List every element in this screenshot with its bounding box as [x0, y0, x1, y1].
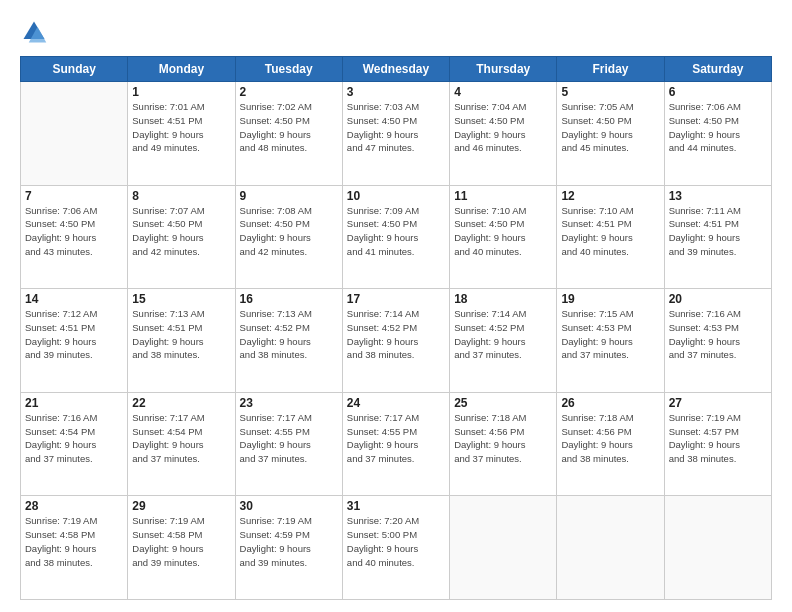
day-info-line: Daylight: 9 hours	[669, 231, 767, 245]
day-info-line: Sunset: 4:50 PM	[132, 217, 230, 231]
day-info-line: Sunset: 4:57 PM	[669, 425, 767, 439]
day-info-line: Sunset: 4:51 PM	[25, 321, 123, 335]
day-info-line: Daylight: 9 hours	[132, 128, 230, 142]
day-number: 26	[561, 396, 659, 410]
day-info-line: and 39 minutes.	[240, 556, 338, 570]
day-info-line: Sunrise: 7:04 AM	[454, 100, 552, 114]
day-info-line: and 46 minutes.	[454, 141, 552, 155]
day-info-line: Daylight: 9 hours	[561, 438, 659, 452]
day-info-line: Sunset: 4:59 PM	[240, 528, 338, 542]
calendar-cell: 22Sunrise: 7:17 AMSunset: 4:54 PMDayligh…	[128, 392, 235, 496]
calendar-cell: 14Sunrise: 7:12 AMSunset: 4:51 PMDayligh…	[21, 289, 128, 393]
day-info-line: and 37 minutes.	[454, 452, 552, 466]
day-info-line: and 38 minutes.	[669, 452, 767, 466]
day-info: Sunrise: 7:16 AMSunset: 4:53 PMDaylight:…	[669, 307, 767, 362]
day-info-line: Sunset: 4:56 PM	[561, 425, 659, 439]
day-info-line: Daylight: 9 hours	[240, 438, 338, 452]
day-number: 11	[454, 189, 552, 203]
day-info-line: Sunrise: 7:05 AM	[561, 100, 659, 114]
day-info-line: Daylight: 9 hours	[669, 128, 767, 142]
day-number: 8	[132, 189, 230, 203]
day-info-line: and 38 minutes.	[25, 556, 123, 570]
day-info-line: Sunset: 4:56 PM	[454, 425, 552, 439]
day-info-line: Sunrise: 7:19 AM	[240, 514, 338, 528]
day-info-line: and 40 minutes.	[561, 245, 659, 259]
day-number: 17	[347, 292, 445, 306]
day-info: Sunrise: 7:19 AMSunset: 4:57 PMDaylight:…	[669, 411, 767, 466]
week-row-1: 1Sunrise: 7:01 AMSunset: 4:51 PMDaylight…	[21, 82, 772, 186]
day-info: Sunrise: 7:02 AMSunset: 4:50 PMDaylight:…	[240, 100, 338, 155]
day-info: Sunrise: 7:15 AMSunset: 4:53 PMDaylight:…	[561, 307, 659, 362]
day-number: 28	[25, 499, 123, 513]
calendar-cell: 19Sunrise: 7:15 AMSunset: 4:53 PMDayligh…	[557, 289, 664, 393]
day-info-line: Daylight: 9 hours	[669, 438, 767, 452]
day-number: 9	[240, 189, 338, 203]
weekday-header-tuesday: Tuesday	[235, 57, 342, 82]
day-info-line: and 37 minutes.	[347, 452, 445, 466]
day-info-line: Daylight: 9 hours	[25, 542, 123, 556]
calendar-cell: 27Sunrise: 7:19 AMSunset: 4:57 PMDayligh…	[664, 392, 771, 496]
calendar-cell: 3Sunrise: 7:03 AMSunset: 4:50 PMDaylight…	[342, 82, 449, 186]
day-info: Sunrise: 7:06 AMSunset: 4:50 PMDaylight:…	[25, 204, 123, 259]
day-info-line: Sunset: 4:50 PM	[240, 217, 338, 231]
day-info-line: Sunrise: 7:10 AM	[454, 204, 552, 218]
day-info-line: Daylight: 9 hours	[240, 128, 338, 142]
day-number: 13	[669, 189, 767, 203]
calendar-cell: 24Sunrise: 7:17 AMSunset: 4:55 PMDayligh…	[342, 392, 449, 496]
day-info-line: Sunrise: 7:16 AM	[25, 411, 123, 425]
day-info-line: Sunrise: 7:06 AM	[669, 100, 767, 114]
day-info-line: Daylight: 9 hours	[347, 542, 445, 556]
day-info: Sunrise: 7:13 AMSunset: 4:52 PMDaylight:…	[240, 307, 338, 362]
calendar-cell: 30Sunrise: 7:19 AMSunset: 4:59 PMDayligh…	[235, 496, 342, 600]
day-info: Sunrise: 7:20 AMSunset: 5:00 PMDaylight:…	[347, 514, 445, 569]
day-info-line: Daylight: 9 hours	[240, 542, 338, 556]
day-info-line: Sunrise: 7:17 AM	[347, 411, 445, 425]
weekday-header-thursday: Thursday	[450, 57, 557, 82]
day-info-line: and 47 minutes.	[347, 141, 445, 155]
day-info-line: Daylight: 9 hours	[132, 542, 230, 556]
logo	[20, 18, 54, 46]
day-info: Sunrise: 7:07 AMSunset: 4:50 PMDaylight:…	[132, 204, 230, 259]
calendar-table: SundayMondayTuesdayWednesdayThursdayFrid…	[20, 56, 772, 600]
day-info: Sunrise: 7:08 AMSunset: 4:50 PMDaylight:…	[240, 204, 338, 259]
calendar-cell: 10Sunrise: 7:09 AMSunset: 4:50 PMDayligh…	[342, 185, 449, 289]
calendar-cell: 28Sunrise: 7:19 AMSunset: 4:58 PMDayligh…	[21, 496, 128, 600]
day-info-line: and 38 minutes.	[132, 348, 230, 362]
weekday-header-wednesday: Wednesday	[342, 57, 449, 82]
day-info-line: Daylight: 9 hours	[454, 231, 552, 245]
day-info: Sunrise: 7:09 AMSunset: 4:50 PMDaylight:…	[347, 204, 445, 259]
day-info-line: Sunrise: 7:07 AM	[132, 204, 230, 218]
day-info-line: and 38 minutes.	[561, 452, 659, 466]
day-info-line: and 41 minutes.	[347, 245, 445, 259]
calendar-cell: 6Sunrise: 7:06 AMSunset: 4:50 PMDaylight…	[664, 82, 771, 186]
day-info-line: Daylight: 9 hours	[561, 231, 659, 245]
day-info-line: Daylight: 9 hours	[132, 335, 230, 349]
day-number: 29	[132, 499, 230, 513]
day-info-line: Sunrise: 7:18 AM	[561, 411, 659, 425]
calendar-cell	[557, 496, 664, 600]
day-info-line: Sunset: 4:50 PM	[669, 114, 767, 128]
day-number: 16	[240, 292, 338, 306]
header	[20, 18, 772, 46]
day-number: 4	[454, 85, 552, 99]
day-info-line: Sunset: 4:50 PM	[25, 217, 123, 231]
day-info-line: Sunset: 4:51 PM	[132, 114, 230, 128]
day-info-line: and 42 minutes.	[132, 245, 230, 259]
day-number: 2	[240, 85, 338, 99]
calendar-cell: 18Sunrise: 7:14 AMSunset: 4:52 PMDayligh…	[450, 289, 557, 393]
day-info-line: Sunset: 4:51 PM	[669, 217, 767, 231]
day-info-line: Sunset: 4:55 PM	[240, 425, 338, 439]
day-info-line: Daylight: 9 hours	[454, 335, 552, 349]
day-info: Sunrise: 7:14 AMSunset: 4:52 PMDaylight:…	[347, 307, 445, 362]
calendar-cell: 23Sunrise: 7:17 AMSunset: 4:55 PMDayligh…	[235, 392, 342, 496]
day-info-line: and 38 minutes.	[240, 348, 338, 362]
day-info-line: and 39 minutes.	[132, 556, 230, 570]
calendar-cell	[450, 496, 557, 600]
day-info-line: Daylight: 9 hours	[25, 335, 123, 349]
day-info-line: Sunrise: 7:10 AM	[561, 204, 659, 218]
day-info: Sunrise: 7:13 AMSunset: 4:51 PMDaylight:…	[132, 307, 230, 362]
calendar-cell: 16Sunrise: 7:13 AMSunset: 4:52 PMDayligh…	[235, 289, 342, 393]
day-info-line: Sunrise: 7:01 AM	[132, 100, 230, 114]
calendar-cell	[664, 496, 771, 600]
day-info-line: Sunrise: 7:12 AM	[25, 307, 123, 321]
